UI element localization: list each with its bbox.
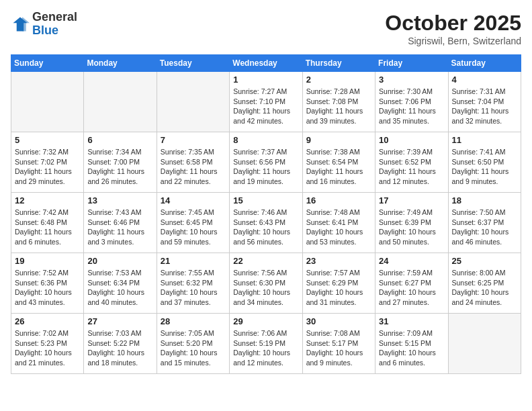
day-number: 31 xyxy=(379,316,444,326)
calendar-cell: 1Sunrise: 7:27 AM Sunset: 7:10 PM Daylig… xyxy=(230,72,302,132)
calendar-cell: 21Sunrise: 7:55 AM Sunset: 6:32 PM Dayli… xyxy=(157,253,229,314)
day-number: 22 xyxy=(233,256,298,266)
calendar-cell: 29Sunrise: 7:06 AM Sunset: 5:19 PM Dayli… xyxy=(230,314,302,374)
day-number: 26 xyxy=(15,316,80,326)
calendar-cell: 10Sunrise: 7:39 AM Sunset: 6:52 PM Dayli… xyxy=(375,132,448,193)
day-number: 24 xyxy=(379,256,444,266)
day-number: 3 xyxy=(379,75,444,85)
day-info: Sunrise: 7:46 AM Sunset: 6:43 PM Dayligh… xyxy=(233,208,298,247)
day-number: 14 xyxy=(161,195,226,205)
calendar-cell xyxy=(448,314,521,374)
location-subtitle: Sigriswil, Bern, Switzerland xyxy=(385,36,521,46)
day-number: 4 xyxy=(452,75,517,85)
day-number: 6 xyxy=(87,135,152,145)
weekday-header: Monday xyxy=(84,55,157,72)
calendar-cell: 9Sunrise: 7:38 AM Sunset: 6:54 PM Daylig… xyxy=(302,132,375,193)
calendar-week-row: 5Sunrise: 7:32 AM Sunset: 7:02 PM Daylig… xyxy=(11,132,521,193)
day-info: Sunrise: 7:06 AM Sunset: 5:19 PM Dayligh… xyxy=(233,328,298,368)
day-info: Sunrise: 8:00 AM Sunset: 6:25 PM Dayligh… xyxy=(452,268,517,308)
calendar-cell: 13Sunrise: 7:43 AM Sunset: 6:46 PM Dayli… xyxy=(84,193,157,253)
day-info: Sunrise: 7:02 AM Sunset: 5:23 PM Dayligh… xyxy=(15,328,80,368)
day-number: 21 xyxy=(161,256,226,266)
day-number: 17 xyxy=(379,195,444,205)
day-info: Sunrise: 7:34 AM Sunset: 7:00 PM Dayligh… xyxy=(87,147,152,187)
logo-blue: Blue xyxy=(32,24,77,38)
calendar-cell: 23Sunrise: 7:57 AM Sunset: 6:29 PM Dayli… xyxy=(302,253,375,314)
calendar-cell: 6Sunrise: 7:34 AM Sunset: 7:00 PM Daylig… xyxy=(84,132,157,193)
weekday-header: Sunday xyxy=(11,55,84,72)
calendar-cell: 7Sunrise: 7:35 AM Sunset: 6:58 PM Daylig… xyxy=(157,132,229,193)
day-info: Sunrise: 7:38 AM Sunset: 6:54 PM Dayligh… xyxy=(306,147,371,187)
day-info: Sunrise: 7:27 AM Sunset: 7:10 PM Dayligh… xyxy=(233,87,298,126)
calendar-cell xyxy=(84,72,157,132)
calendar-cell: 16Sunrise: 7:48 AM Sunset: 6:41 PM Dayli… xyxy=(302,193,375,253)
weekday-header-row: SundayMondayTuesdayWednesdayThursdayFrid… xyxy=(11,55,521,72)
day-number: 8 xyxy=(233,135,298,145)
calendar-cell: 8Sunrise: 7:37 AM Sunset: 6:56 PM Daylig… xyxy=(230,132,302,193)
day-number: 29 xyxy=(233,316,298,326)
day-info: Sunrise: 7:43 AM Sunset: 6:46 PM Dayligh… xyxy=(87,208,152,247)
calendar-cell: 18Sunrise: 7:50 AM Sunset: 6:37 PM Dayli… xyxy=(448,193,521,253)
day-number: 5 xyxy=(15,135,80,145)
day-info: Sunrise: 7:39 AM Sunset: 6:52 PM Dayligh… xyxy=(379,147,444,187)
day-info: Sunrise: 7:53 AM Sunset: 6:34 PM Dayligh… xyxy=(87,268,152,308)
day-number: 12 xyxy=(15,195,80,205)
calendar-cell: 22Sunrise: 7:56 AM Sunset: 6:30 PM Dayli… xyxy=(230,253,302,314)
calendar-cell: 19Sunrise: 7:52 AM Sunset: 6:36 PM Dayli… xyxy=(11,253,84,314)
day-info: Sunrise: 7:59 AM Sunset: 6:27 PM Dayligh… xyxy=(379,268,444,308)
calendar-cell: 17Sunrise: 7:49 AM Sunset: 6:39 PM Dayli… xyxy=(375,193,448,253)
calendar-week-row: 19Sunrise: 7:52 AM Sunset: 6:36 PM Dayli… xyxy=(11,253,521,314)
day-info: Sunrise: 7:28 AM Sunset: 7:08 PM Dayligh… xyxy=(306,87,371,126)
logo-general: General xyxy=(32,11,77,24)
day-info: Sunrise: 7:56 AM Sunset: 6:30 PM Dayligh… xyxy=(233,268,298,308)
day-info: Sunrise: 7:05 AM Sunset: 5:20 PM Dayligh… xyxy=(161,328,226,368)
logo-icon xyxy=(11,15,30,34)
day-number: 10 xyxy=(379,135,444,145)
calendar-cell: 26Sunrise: 7:02 AM Sunset: 5:23 PM Dayli… xyxy=(11,314,84,374)
day-info: Sunrise: 7:35 AM Sunset: 6:58 PM Dayligh… xyxy=(161,147,226,187)
day-number: 11 xyxy=(452,135,517,145)
title-block: October 2025 Sigriswil, Bern, Switzerlan… xyxy=(385,11,521,46)
calendar-cell: 3Sunrise: 7:30 AM Sunset: 7:06 PM Daylig… xyxy=(375,72,448,132)
day-number: 18 xyxy=(452,195,517,205)
calendar-cell: 20Sunrise: 7:53 AM Sunset: 6:34 PM Dayli… xyxy=(84,253,157,314)
day-number: 13 xyxy=(87,195,152,205)
day-info: Sunrise: 7:50 AM Sunset: 6:37 PM Dayligh… xyxy=(452,208,517,247)
day-info: Sunrise: 7:32 AM Sunset: 7:02 PM Dayligh… xyxy=(15,147,80,187)
day-number: 19 xyxy=(15,256,80,266)
calendar-cell: 14Sunrise: 7:45 AM Sunset: 6:45 PM Dayli… xyxy=(157,193,229,253)
calendar-cell: 4Sunrise: 7:31 AM Sunset: 7:04 PM Daylig… xyxy=(448,72,521,132)
day-number: 23 xyxy=(306,256,371,266)
day-info: Sunrise: 7:03 AM Sunset: 5:22 PM Dayligh… xyxy=(87,328,152,368)
month-title: October 2025 xyxy=(385,11,521,36)
day-info: Sunrise: 7:37 AM Sunset: 6:56 PM Dayligh… xyxy=(233,147,298,187)
day-info: Sunrise: 7:45 AM Sunset: 6:45 PM Dayligh… xyxy=(161,208,226,247)
day-number: 15 xyxy=(233,195,298,205)
day-info: Sunrise: 7:41 AM Sunset: 6:50 PM Dayligh… xyxy=(452,147,517,187)
logo: General Blue xyxy=(11,11,77,38)
calendar-cell: 28Sunrise: 7:05 AM Sunset: 5:20 PM Dayli… xyxy=(157,314,229,374)
calendar-cell: 15Sunrise: 7:46 AM Sunset: 6:43 PM Dayli… xyxy=(230,193,302,253)
day-info: Sunrise: 7:57 AM Sunset: 6:29 PM Dayligh… xyxy=(306,268,371,308)
day-info: Sunrise: 7:42 AM Sunset: 6:48 PM Dayligh… xyxy=(15,208,80,247)
weekday-header: Saturday xyxy=(448,55,521,72)
calendar-table: SundayMondayTuesdayWednesdayThursdayFrid… xyxy=(11,54,521,374)
weekday-header: Tuesday xyxy=(157,55,229,72)
day-number: 16 xyxy=(306,195,371,205)
day-info: Sunrise: 7:30 AM Sunset: 7:06 PM Dayligh… xyxy=(379,87,444,126)
day-number: 1 xyxy=(233,75,298,85)
day-info: Sunrise: 7:49 AM Sunset: 6:39 PM Dayligh… xyxy=(379,208,444,247)
day-info: Sunrise: 7:52 AM Sunset: 6:36 PM Dayligh… xyxy=(15,268,80,308)
logo-text: General Blue xyxy=(32,11,77,38)
day-info: Sunrise: 7:09 AM Sunset: 5:15 PM Dayligh… xyxy=(379,328,444,368)
calendar-cell: 31Sunrise: 7:09 AM Sunset: 5:15 PM Dayli… xyxy=(375,314,448,374)
page-header: General Blue October 2025 Sigriswil, Ber… xyxy=(11,11,521,46)
day-number: 9 xyxy=(306,135,371,145)
day-number: 27 xyxy=(87,316,152,326)
weekday-header: Thursday xyxy=(302,55,375,72)
day-info: Sunrise: 7:08 AM Sunset: 5:17 PM Dayligh… xyxy=(306,328,371,368)
calendar-week-row: 12Sunrise: 7:42 AM Sunset: 6:48 PM Dayli… xyxy=(11,193,521,253)
calendar-cell xyxy=(157,72,229,132)
day-number: 7 xyxy=(161,135,226,145)
calendar-cell: 25Sunrise: 8:00 AM Sunset: 6:25 PM Dayli… xyxy=(448,253,521,314)
